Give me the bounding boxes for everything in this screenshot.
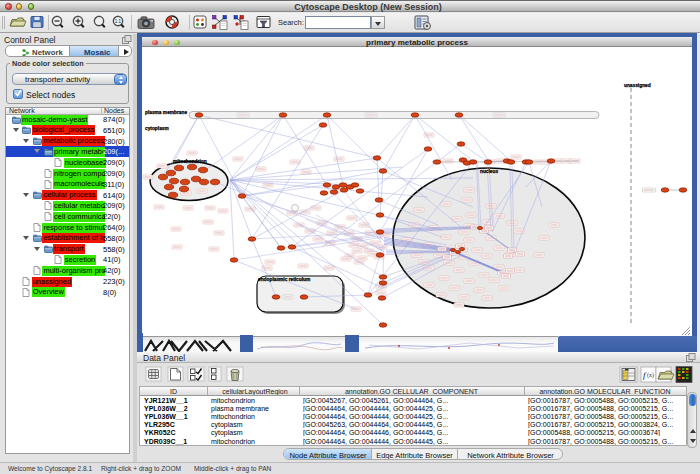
svg-text:plasma membrane: plasma membrane [145, 110, 187, 115]
svg-text:1:1: 1:1 [115, 19, 122, 24]
svg-text:unassigned: unassigned [624, 83, 651, 88]
svg-text:nucleus: nucleus [480, 169, 498, 174]
svg-text:cytoplasm: cytoplasm [145, 126, 169, 131]
svg-text:(x): (x) [647, 372, 654, 379]
svg-text:endoplasmic reticulum: endoplasmic reticulum [258, 277, 310, 282]
svg-text:mitochondrion: mitochondrion [173, 159, 207, 164]
